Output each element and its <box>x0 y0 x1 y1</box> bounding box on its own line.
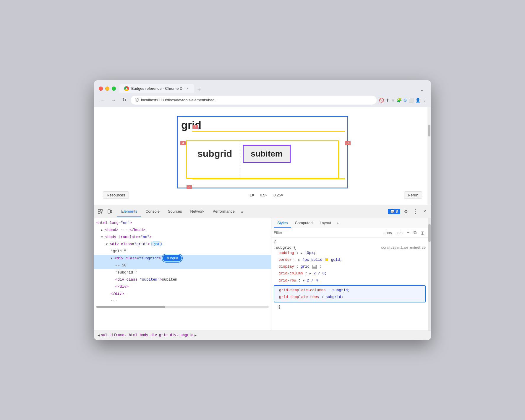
filter-hov-button[interactable]: :hov <box>383 230 393 236</box>
breadcrumb-item-body[interactable]: body <box>140 333 148 337</box>
devtools-tab-network[interactable]: Network <box>186 206 209 217</box>
yellow-bottom-line <box>192 178 345 179</box>
breadcrumb-item-0[interactable]: sult-iframe. <box>101 333 126 337</box>
dom-line-dollar-zero: == $0 <box>94 262 271 269</box>
styles-tab-styles[interactable]: Styles <box>274 218 291 228</box>
new-tab-button[interactable]: + <box>194 85 204 93</box>
svg-rect-1 <box>98 212 100 214</box>
prop-grid-column: grid-column : ▶ 2 / 8; <box>274 270 426 277</box>
maximize-window-button[interactable] <box>112 87 116 91</box>
inspect-element-icon[interactable] <box>96 208 104 215</box>
preview-scrollbar[interactable] <box>427 107 431 205</box>
grid-visualization: grid 1 2 3 4 5 6 7 <box>177 116 348 188</box>
filter-cls-button[interactable]: .cls <box>395 230 404 236</box>
devtools-tab-performance[interactable]: Performance <box>208 206 239 217</box>
zoom-025x-button[interactable]: 0.25× <box>271 192 286 198</box>
prop-padding: padding : ▶ 10px; <box>274 250 426 257</box>
prop-border: border : ▶ 4px solid gold; <box>274 257 426 263</box>
dom-line-close-subgrid: </div> <box>94 290 271 297</box>
tab-title: Badges reference - Chrome D <box>131 86 182 91</box>
prop-grid-template-rows: grid-template-rows : subgrid; <box>277 294 423 301</box>
minimize-window-button[interactable] <box>105 87 109 91</box>
dom-horizontal-scrollbar[interactable] <box>96 306 269 308</box>
grid-num-bot-neg1: −1 <box>187 185 192 189</box>
subgrid-label: subgrid <box>192 145 238 162</box>
prop-grid-row: grid-row : ▶ 2 / 4: <box>274 277 426 284</box>
reload-button[interactable]: ↻ <box>120 96 128 104</box>
rerun-button[interactable]: Rerun <box>404 191 422 199</box>
styles-panel: Styles Computed Layout » :hov .cls + ⧉ <box>271 218 428 331</box>
device-toolbar-icon[interactable] <box>106 208 114 215</box>
tab-more-button[interactable]: ⌄ <box>418 86 426 93</box>
devtools-tab-more[interactable]: » <box>239 207 246 216</box>
breadcrumb-item-divsubgrid[interactable]: div.subgrid <box>170 333 193 337</box>
styles-tabs: Styles Computed Layout » <box>271 218 428 228</box>
back-button[interactable]: ← <box>99 96 107 104</box>
address-input[interactable]: ⓘ localhost:8080/docs/devtools/elements/… <box>131 96 377 105</box>
extension-icon[interactable]: 🧩 <box>397 98 402 102</box>
svg-rect-6 <box>111 210 112 213</box>
active-tab[interactable]: Badges reference - Chrome D × <box>119 84 194 93</box>
zoom-05x-button[interactable]: 0.5× <box>257 192 270 198</box>
highlighted-props-block: grid-template-columns : subgrid; grid-te… <box>274 285 426 303</box>
filter-copy-button[interactable]: ⧉ <box>412 229 418 236</box>
dom-line-close-div: </div> <box>94 283 271 290</box>
subgrid-box: 1 2 3 −3 −2 −1 subgrid <box>186 140 339 179</box>
close-window-button[interactable] <box>99 87 103 91</box>
devtools-right-scrollbar[interactable] <box>428 218 431 331</box>
share-icon[interactable]: ⬆ <box>386 98 389 102</box>
filter-fold-button[interactable]: ◫ <box>419 230 426 236</box>
prop-grid-template-columns: grid-template-columns : subgrid; <box>277 287 423 294</box>
devtools-tab-elements[interactable]: Elements <box>117 206 141 217</box>
breadcrumb-nav-left[interactable]: ◀ <box>98 333 100 338</box>
devtools-panel: Elements Console Sources Network Perform… <box>94 205 431 340</box>
close-devtools-icon[interactable]: × <box>421 208 429 215</box>
dom-scrollbar-thumb <box>96 306 165 308</box>
devtools-tabs: Elements Console Sources Network Perform… <box>94 205 431 218</box>
devtools-body: <html lang="en"> ▶ <head> ··· </head> ▼ … <box>94 218 431 331</box>
address-bar: ← → ↻ ⓘ localhost:8080/docs/devtools/ele… <box>94 93 431 107</box>
menu-icon[interactable]: ⋮ <box>422 98 426 102</box>
devtools-badge: 💬 8 <box>388 209 400 214</box>
dom-line-head: ▶ <head> ··· </head> <box>94 227 271 234</box>
styles-tab-computed[interactable]: Computed <box>291 218 316 228</box>
yellow-top-line <box>192 131 345 132</box>
subgrid-badge: subgrid <box>163 255 182 261</box>
bookmark-icon[interactable]: ☆ <box>391 98 395 102</box>
styles-tab-more[interactable]: » <box>335 218 340 228</box>
devtools-scrollbar-thumb <box>428 224 431 242</box>
dom-line-body: ▼ <body translate="no"> <box>94 234 271 241</box>
styles-filter-input[interactable] <box>274 230 381 235</box>
more-options-icon[interactable]: ⋮ <box>411 208 419 215</box>
gold-color-swatch[interactable] <box>325 258 328 261</box>
forward-button[interactable]: → <box>109 96 118 104</box>
settings-icon[interactable]: ⚙ <box>402 208 410 215</box>
dom-panel: <html lang="en"> ▶ <head> ··· </head> ▼ … <box>94 218 271 331</box>
preview-area: grid 1 2 3 4 5 6 7 <box>94 107 431 205</box>
profile-split-icon[interactable]: ⬜ <box>409 98 414 102</box>
preview-scrollbar-thumb <box>428 125 430 136</box>
eye-off-icon[interactable]: 🚫 <box>379 98 384 102</box>
subitem-box: subitem <box>243 145 290 163</box>
filter-plus-button[interactable]: + <box>406 229 411 236</box>
breadcrumb-item-html[interactable]: html <box>129 333 137 337</box>
grid-badge: grid <box>151 242 162 246</box>
tab-close-button[interactable]: × <box>185 86 189 91</box>
breadcrumb-nav-right[interactable]: ▶ <box>195 333 197 338</box>
rule-source[interactable]: KKrajpZ?ani…pe=embed:39 <box>381 246 426 250</box>
styles-open-brace: { <box>274 239 426 246</box>
devtools-tab-console[interactable]: Console <box>141 206 164 217</box>
breadcrumb-item-divgrid[interactable]: div.grid <box>150 333 168 337</box>
styles-tab-layout[interactable]: Layout <box>316 218 335 228</box>
google-icon[interactable]: G <box>404 98 407 102</box>
zoom-1x-button[interactable]: 1× <box>247 192 257 198</box>
traffic-lights <box>99 87 116 91</box>
resources-button[interactable]: Resources <box>103 191 129 199</box>
user-icon[interactable]: 👤 <box>415 98 420 102</box>
dom-line-ellipsis: ··· <box>94 297 271 305</box>
devtools-tab-sources[interactable]: Sources <box>164 206 186 217</box>
grid-layout-icon[interactable] <box>312 265 317 269</box>
rule-header: .subgrid { KKrajpZ?ani…pe=embed:39 <box>274 246 426 250</box>
dom-line-subgrid[interactable]: ▼ <div class="subgrid">subgrid <box>94 255 271 262</box>
prop-display: display : grid ; <box>274 263 426 270</box>
